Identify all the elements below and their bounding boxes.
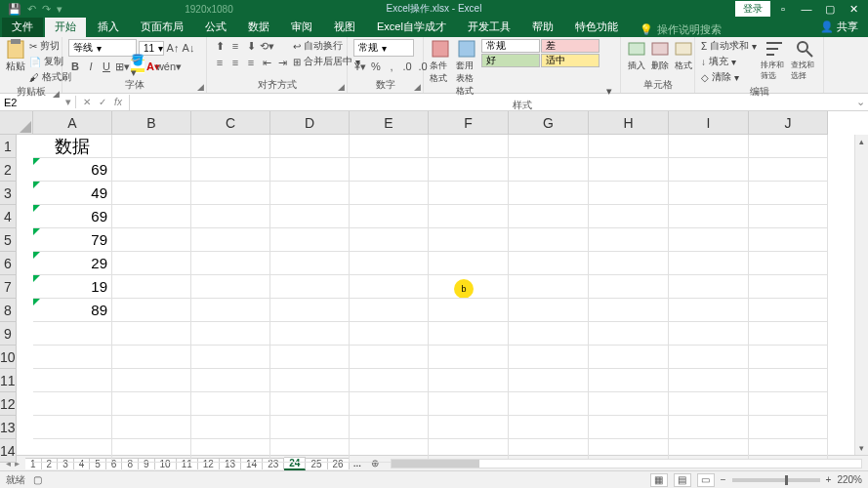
cell-I12[interactable]: [669, 392, 749, 416]
cell-styles[interactable]: 常规 差 好 适中: [481, 39, 599, 67]
cond-format-button[interactable]: 条件格式: [430, 39, 452, 85]
enter-formula-icon[interactable]: ✓: [96, 95, 109, 110]
cell-A2[interactable]: 69: [33, 158, 112, 182]
inc-decimal-icon[interactable]: .0: [400, 60, 414, 73]
cell-H1[interactable]: [589, 135, 669, 158]
zoom-out-icon[interactable]: −: [721, 474, 726, 485]
cancel-formula-icon[interactable]: ✕: [80, 95, 94, 110]
cell-E4[interactable]: [350, 205, 429, 228]
tab-devtools[interactable]: 开发工具: [458, 17, 520, 37]
cell-D1[interactable]: [270, 135, 350, 158]
row-header-1[interactable]: 1: [0, 135, 17, 158]
tab-special[interactable]: 特色功能: [565, 17, 628, 37]
autosum-button[interactable]: Σ自动求和▾: [701, 39, 757, 53]
table-format-button[interactable]: 套用表格格式: [456, 39, 478, 98]
cell-E5[interactable]: [350, 228, 429, 252]
cell-C4[interactable]: [191, 205, 270, 228]
cell-D4[interactable]: [270, 205, 350, 228]
style-normal[interactable]: 常规: [481, 39, 540, 53]
col-header-J[interactable]: J: [749, 111, 828, 135]
cell-D5[interactable]: [270, 228, 350, 252]
cell-F8[interactable]: [429, 299, 509, 322]
cell-G11[interactable]: [509, 369, 589, 392]
cell-E6[interactable]: [350, 252, 429, 275]
cell-C6[interactable]: [191, 252, 270, 275]
cell-A11[interactable]: [33, 369, 112, 392]
cell-J12[interactable]: [749, 392, 828, 416]
col-header-D[interactable]: D: [270, 111, 350, 135]
align-left-icon[interactable]: ≡: [213, 56, 227, 69]
cell-E12[interactable]: [350, 392, 429, 416]
align-middle-icon[interactable]: ≡: [228, 39, 242, 53]
expand-fbar-icon[interactable]: ⌄: [852, 96, 868, 108]
cell-I10[interactable]: [669, 346, 749, 369]
cell-E7[interactable]: [350, 275, 429, 299]
style-bad[interactable]: 差: [541, 39, 599, 53]
cell-C5[interactable]: [191, 228, 270, 252]
cell-F6[interactable]: [429, 252, 509, 275]
tab-file[interactable]: 文件: [2, 17, 43, 37]
maximize-icon[interactable]: ▢: [819, 1, 841, 17]
row-header-14[interactable]: 14: [0, 439, 17, 463]
row-header-8[interactable]: 8: [0, 299, 17, 322]
tell-me-search[interactable]: 💡操作说明搜索: [640, 22, 722, 37]
fill-color-button[interactable]: 🪣▾: [131, 60, 145, 73]
redo-icon[interactable]: ↷: [42, 3, 51, 16]
cell-H13[interactable]: [589, 416, 669, 439]
bold-button[interactable]: B: [68, 60, 82, 73]
format-cells-button[interactable]: 格式: [674, 39, 693, 72]
cell-B3[interactable]: [112, 182, 191, 205]
cell-J9[interactable]: [749, 322, 828, 346]
indent-dec-icon[interactable]: ⇤: [260, 56, 273, 69]
cell-B12[interactable]: [112, 392, 191, 416]
cell-D13[interactable]: [270, 416, 350, 439]
zoom-in-icon[interactable]: +: [826, 474, 832, 485]
cell-A7[interactable]: 19: [33, 275, 112, 299]
percent-icon[interactable]: %: [369, 60, 383, 73]
cell-A3[interactable]: 49: [33, 182, 112, 205]
cell-I1[interactable]: [669, 135, 749, 158]
cell-F7[interactable]: [429, 275, 509, 299]
sort-filter-button[interactable]: 排序和筛选: [761, 39, 787, 81]
cell-G13[interactable]: [509, 416, 589, 439]
status-record-icon[interactable]: ▢: [33, 474, 42, 485]
row-header-2[interactable]: 2: [0, 158, 17, 182]
cell-E3[interactable]: [350, 182, 429, 205]
cell-F10[interactable]: [429, 346, 509, 369]
cell-H12[interactable]: [589, 392, 669, 416]
minimize-icon[interactable]: —: [796, 1, 817, 17]
row-header-12[interactable]: 12: [0, 392, 17, 416]
cell-H3[interactable]: [589, 182, 669, 205]
border-button[interactable]: ⊞▾: [115, 60, 129, 73]
number-format-select[interactable]: 常规▾: [353, 39, 414, 57]
view-break-icon[interactable]: ▭: [697, 473, 715, 487]
undo-icon[interactable]: ↶: [27, 3, 36, 16]
cell-I3[interactable]: [669, 182, 749, 205]
cell-B2[interactable]: [112, 158, 191, 182]
align-bottom-icon[interactable]: ⬇: [244, 39, 258, 53]
cell-I5[interactable]: [669, 228, 749, 252]
col-header-I[interactable]: I: [669, 111, 749, 135]
tab-selfstudy[interactable]: Excel自学成才: [367, 17, 456, 37]
cell-D7[interactable]: [270, 275, 350, 299]
cell-B1[interactable]: [112, 135, 191, 158]
cell-G6[interactable]: [509, 252, 589, 275]
cell-C3[interactable]: [191, 182, 270, 205]
cell-F3[interactable]: [429, 182, 509, 205]
row-header-3[interactable]: 3: [0, 182, 17, 205]
row-header-5[interactable]: 5: [0, 228, 17, 252]
cell-H5[interactable]: [589, 228, 669, 252]
cell-B6[interactable]: [112, 252, 191, 275]
cell-C7[interactable]: [191, 275, 270, 299]
cell-C14[interactable]: [191, 439, 270, 463]
cell-C10[interactable]: [191, 346, 270, 369]
cell-H8[interactable]: [589, 299, 669, 322]
cell-I8[interactable]: [669, 299, 749, 322]
phonetic-icon[interactable]: wén▾: [162, 60, 176, 73]
cell-J1[interactable]: [749, 135, 828, 158]
cell-H2[interactable]: [589, 158, 669, 182]
styles-more-icon[interactable]: ▾: [603, 84, 614, 98]
ribbon-options-icon[interactable]: ▫: [772, 1, 794, 17]
row-header-10[interactable]: 10: [0, 346, 17, 369]
delete-cells-button[interactable]: 删除: [650, 39, 670, 72]
